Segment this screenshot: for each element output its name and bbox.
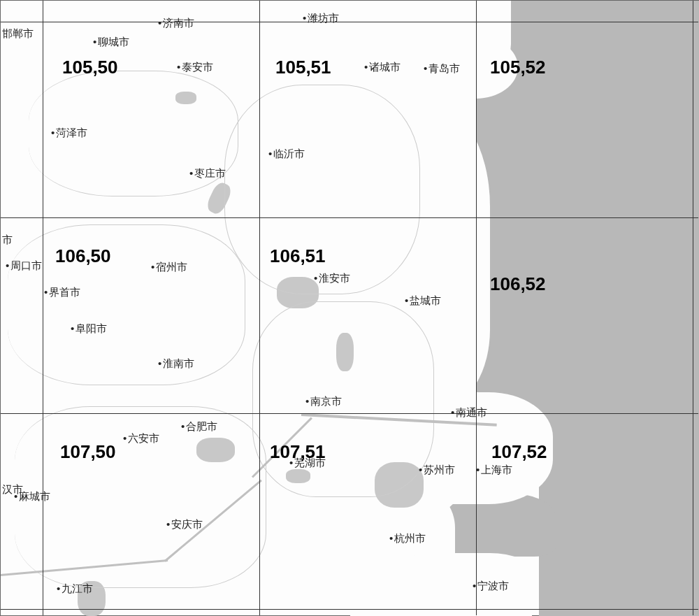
city-jiujiang: 九江市 — [57, 582, 93, 596]
grid-v-0 — [43, 1, 43, 615]
city-nantong: 南通市 — [451, 406, 487, 420]
ocean-east — [539, 392, 699, 616]
city-wuhu: 芜湖市 — [289, 457, 326, 470]
city-partial-west1: 汉市 — [1, 483, 23, 496]
city-jinan: 济南市 — [158, 17, 194, 30]
grid-v-2 — [476, 1, 477, 615]
city-qingdao: 青岛市 — [424, 62, 460, 76]
grid-v-1 — [259, 1, 260, 615]
city-handan: 邯郸市 — [1, 27, 34, 41]
city-taian: 泰安市 — [177, 61, 213, 74]
coast-zhejiang2 — [392, 553, 532, 616]
city-partial-west2: 市 — [1, 234, 13, 247]
tile-label-5: 106,52 — [490, 273, 546, 295]
city-zaozhuang: 枣庄市 — [189, 167, 226, 180]
city-suzhou-js: 苏州市 — [419, 464, 455, 477]
city-jieshou: 界首市 — [44, 286, 80, 299]
tile-label-4: 106,51 — [270, 245, 326, 267]
city-zhucheng: 诸城市 — [364, 61, 401, 74]
city-luan: 六安市 — [123, 432, 159, 445]
city-linyi: 临沂市 — [268, 148, 305, 161]
city-nanjing: 南京市 — [305, 395, 342, 408]
city-anqing: 安庆市 — [166, 518, 203, 531]
city-huainan: 淮南市 — [158, 357, 194, 371]
tile-label-6: 107,50 — [60, 441, 116, 463]
tile-label-0: 105,50 — [62, 57, 118, 78]
city-hefei: 合肥市 — [181, 420, 217, 434]
grid-h-1 — [1, 217, 698, 218]
grid-h-0 — [1, 22, 698, 22]
city-huaian: 淮安市 — [314, 272, 350, 285]
city-zhoukou: 周口市 — [6, 259, 42, 273]
grid-v-3 — [693, 1, 693, 615]
city-heze: 菏泽市 — [51, 127, 87, 140]
tile-label-1: 105,51 — [275, 57, 331, 78]
grid-h-2 — [1, 413, 698, 414]
tile-label-8: 107,52 — [491, 441, 547, 463]
city-liaocheng: 聊城市 — [93, 36, 129, 49]
city-weifang: 潍坊市 — [303, 12, 339, 25]
map-container: 105,50 105,51 105,52 106,50 106,51 106,5… — [0, 0, 699, 616]
city-ningbo: 宁波市 — [473, 580, 509, 593]
grid-h-3 — [1, 609, 698, 610]
city-suzhou-ah: 宿州市 — [151, 261, 187, 274]
border-2 — [8, 224, 245, 385]
tile-label-2: 105,52 — [490, 57, 546, 78]
city-fuyang: 阜阳市 — [71, 322, 107, 336]
city-shanghai: 上海市 — [476, 464, 512, 477]
tile-label-3: 106,50 — [55, 245, 111, 267]
city-hangzhou: 杭州市 — [389, 532, 426, 545]
border-5 — [252, 301, 434, 497]
city-yancheng: 盐城市 — [405, 294, 441, 308]
